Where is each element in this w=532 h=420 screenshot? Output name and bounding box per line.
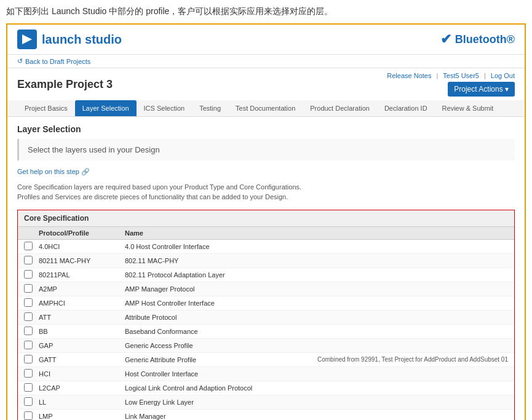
sub-header: ↺ Back to Draft Projects: [7, 55, 525, 68]
select-prompt: Select the layers used in your Design: [17, 139, 515, 160]
checkbox-80211pal[interactable]: [24, 270, 33, 279]
checkbox-hci[interactable]: [24, 369, 33, 378]
bluetooth-label: Bluetooth®: [455, 33, 515, 46]
table-row: 4.0HCI4.0 Host Controller Interface: [18, 240, 514, 254]
tab-product-declaration[interactable]: Product Declaration: [303, 100, 377, 116]
name-col-header: Name: [125, 229, 508, 237]
table-row: LMPLink Manager: [18, 410, 514, 421]
checkbox-lmp[interactable]: [24, 411, 33, 420]
protocol-cell: LL: [39, 398, 125, 406]
table-row: 80211PAL802.11 Protocol Adaptation Layer: [18, 268, 514, 282]
table-row: GAPGeneric Access Profile: [18, 339, 514, 353]
name-cell: 802.11 Protocol Adaptation Layer: [125, 271, 508, 279]
description-text: Core Specification layers are required b…: [17, 182, 515, 202]
protocol-cell: A2MP: [39, 285, 125, 293]
logout-link[interactable]: Log Out: [491, 72, 515, 79]
name-cell: Generic Access Profile: [125, 342, 508, 349]
name-cell: AMP Host Controller Interface: [125, 299, 508, 307]
protocol-cell: BB: [39, 328, 125, 335]
separator-2: |: [484, 72, 486, 79]
back-link-text: Back to Draft Projects: [25, 58, 90, 65]
checkbox-gatt[interactable]: [24, 355, 33, 363]
tab-layer-selection[interactable]: Layer Selection: [75, 100, 137, 116]
core-spec-header: Core Specification: [18, 210, 514, 227]
protocol-cell: GATT: [39, 356, 125, 363]
project-title-row: Example Project 3 Release Notes | Test5 …: [7, 68, 525, 100]
table-row: L2CAPLogical Link Control and Adaption P…: [18, 381, 514, 395]
table-row: GATTGeneric Attribute ProfileCombined fr…: [18, 353, 514, 367]
note-cell: Combined from 92991, Test Project for Ad…: [317, 356, 509, 363]
table-row: 80211 MAC-PHY802.11 MAC-PHY: [18, 254, 514, 268]
checkbox-4.0hci[interactable]: [24, 242, 33, 250]
project-actions-button[interactable]: Project Actions ▾: [448, 82, 515, 97]
launch-studio-frame: launch studio ✔ Bluetooth® ↺ Back to Dra…: [6, 23, 526, 420]
table-row: HCIHost Controller Interface: [18, 367, 514, 381]
tab-ics-selection[interactable]: ICS Selection: [137, 100, 193, 116]
protocol-cell: ATT: [39, 314, 125, 321]
protocol-cell: 4.0HCI: [39, 243, 125, 250]
protocol-cell: GAP: [39, 342, 125, 349]
checkbox-80211 mac-phy[interactable]: [24, 256, 33, 264]
tab-declaration-id[interactable]: Declaration ID: [377, 100, 435, 116]
name-cell: Attribute Protocol: [125, 314, 508, 321]
name-cell: Host Controller Interface: [125, 370, 508, 378]
tab-review-submit[interactable]: Review & Submit: [435, 100, 501, 116]
core-spec-rows: 4.0HCI4.0 Host Controller Interface80211…: [18, 240, 514, 421]
checkbox-l2cap[interactable]: [24, 383, 33, 392]
name-cell: Logical Link Control and Adaption Protoc…: [125, 384, 508, 392]
table-row: LLLow Energy Link Layer: [18, 395, 514, 410]
checkbox-a2mp[interactable]: [24, 284, 33, 293]
name-cell: Link Manager: [125, 413, 508, 420]
help-link[interactable]: Get help on this step 🔗: [17, 168, 90, 176]
protocol-cell: L2CAP: [39, 384, 125, 392]
checkbox-bb[interactable]: [24, 327, 33, 335]
name-cell: 802.11 MAC-PHY: [125, 257, 508, 264]
check-col-header: [24, 229, 39, 237]
core-spec-container: Core Specification Protocol/Profile Name…: [17, 210, 515, 421]
back-arrow-icon: ↺: [17, 57, 23, 65]
table-row: A2MPAMP Manager Protocol: [18, 282, 514, 296]
tab-test-documentation[interactable]: Test Documentation: [228, 100, 303, 116]
name-cell: Low Energy Link Layer: [125, 398, 508, 406]
logo-text: launch studio: [42, 33, 122, 47]
help-link-text: Get help on this step: [17, 168, 79, 175]
project-title: Example Project 3: [17, 78, 113, 91]
protocol-col-header: Protocol/Profile: [39, 229, 125, 237]
tabs-row: Project Basics Layer Selection ICS Selec…: [7, 100, 525, 117]
user-link[interactable]: Test5 User5: [443, 72, 479, 79]
bluetooth-icon: ✔: [440, 31, 451, 47]
table-row: AMPHCIAMP Host Controller Interface: [18, 296, 514, 311]
checkbox-ll[interactable]: [24, 397, 33, 406]
checkbox-att[interactable]: [24, 312, 33, 321]
table-header-row: Protocol/Profile Name: [18, 227, 514, 240]
app-header: launch studio ✔ Bluetooth®: [7, 25, 525, 55]
tab-project-basics[interactable]: Project Basics: [17, 100, 75, 116]
name-cell: Baseband Conformance: [125, 328, 508, 335]
bluetooth-badge: ✔ Bluetooth®: [440, 31, 515, 47]
protocol-cell: 80211PAL: [39, 271, 125, 279]
protocol-cell: AMPHCI: [39, 299, 125, 307]
table-row: BBBaseband Conformance: [18, 325, 514, 339]
name-cell: Generic Attribute Profile: [125, 356, 317, 363]
protocol-cell: 80211 MAC-PHY: [39, 257, 125, 264]
logo-icon: [17, 30, 37, 49]
protocol-cell: LMP: [39, 413, 125, 420]
checkbox-amphci[interactable]: [24, 298, 33, 307]
section-title: Layer Selection: [17, 124, 515, 134]
tab-testing[interactable]: Testing: [192, 100, 228, 116]
external-link-icon: 🔗: [81, 168, 90, 176]
intro-text: 如下图列出 Launch Studio 中部分的 profile，客户可以根据实…: [6, 6, 526, 17]
separator-1: |: [436, 72, 438, 79]
checkbox-gap[interactable]: [24, 341, 33, 349]
top-right-nav: Release Notes | Test5 User5 | Log Out: [387, 72, 515, 79]
release-notes-link[interactable]: Release Notes: [387, 72, 431, 79]
logo-area: launch studio: [17, 30, 122, 49]
name-cell: AMP Manager Protocol: [125, 285, 508, 293]
table-row: ATTAttribute Protocol: [18, 311, 514, 325]
back-to-draft-link[interactable]: ↺ Back to Draft Projects: [17, 57, 515, 65]
name-cell: 4.0 Host Controller Interface: [125, 243, 508, 250]
content-area: Layer Selection Select the layers used i…: [7, 117, 525, 420]
protocol-cell: HCI: [39, 370, 125, 378]
